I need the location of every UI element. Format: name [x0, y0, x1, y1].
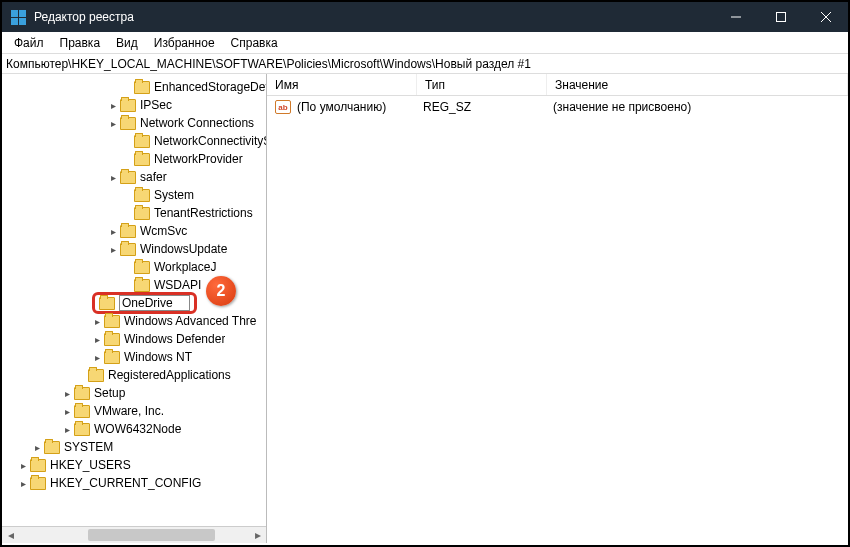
tree-item[interactable]: ▸SYSTEM	[2, 438, 266, 456]
scroll-right-arrow[interactable]: ▸	[249, 527, 266, 544]
folder-icon	[74, 405, 90, 418]
tree-item-label: VMware, Inc.	[94, 404, 164, 418]
folder-icon	[134, 207, 150, 220]
folder-icon	[120, 99, 136, 112]
expand-icon[interactable]: ▸	[90, 332, 104, 346]
tree-item[interactable]: RegisteredApplications	[2, 366, 266, 384]
tree-item-label: System	[154, 188, 194, 202]
folder-icon	[134, 261, 150, 274]
menu-help[interactable]: Справка	[223, 32, 286, 53]
expand-icon[interactable]: ▸	[106, 116, 120, 130]
string-value-icon: ab	[275, 100, 291, 114]
folder-icon	[134, 135, 150, 148]
tree-item[interactable]: TenantRestrictions	[2, 204, 266, 222]
address-bar[interactable]: Компьютер\HKEY_LOCAL_MACHINE\SOFTWARE\Po…	[2, 54, 848, 74]
expand-icon[interactable]: ▸	[60, 422, 74, 436]
expand-icon[interactable]: ▸	[90, 314, 104, 328]
window-title: Редактор реестра	[34, 10, 713, 24]
tree-item-label: NetworkProvider	[154, 152, 243, 166]
folder-icon	[104, 333, 120, 346]
value-name: (По умолчанию)	[297, 100, 423, 114]
expand-icon[interactable]: ▸	[106, 242, 120, 256]
folder-icon	[44, 441, 60, 454]
tree-item[interactable]: ▸IPSec	[2, 96, 266, 114]
annotation-badge: 2	[206, 276, 236, 306]
folder-icon	[134, 279, 150, 292]
column-type[interactable]: Тип	[417, 74, 547, 95]
expand-icon[interactable]: ▸	[106, 170, 120, 184]
tree-item-label: HKEY_USERS	[50, 458, 131, 472]
expand-icon[interactable]: ▸	[30, 440, 44, 454]
tree-item-label: RegisteredApplications	[108, 368, 231, 382]
tree-item-label: WcmSvc	[140, 224, 187, 238]
tree-item[interactable]: ▸HKEY_CURRENT_CONFIG	[2, 474, 266, 492]
expand-icon	[120, 134, 134, 148]
expand-icon	[120, 278, 134, 292]
tree-item[interactable]: ▸Windows Advanced Thre	[2, 312, 266, 330]
expand-icon[interactable]: ▸	[106, 98, 120, 112]
tree-item-label: WOW6432Node	[94, 422, 181, 436]
tree-item-label: SYSTEM	[64, 440, 113, 454]
menu-edit[interactable]: Правка	[52, 32, 109, 53]
tree-item[interactable]: System	[2, 186, 266, 204]
scrollbar-thumb[interactable]	[88, 529, 215, 541]
menu-bar: Файл Правка Вид Избранное Справка	[2, 32, 848, 54]
app-icon	[10, 9, 26, 25]
folder-icon	[134, 189, 150, 202]
expand-icon[interactable]: ▸	[60, 386, 74, 400]
column-headers: Имя Тип Значение	[267, 74, 848, 96]
expand-icon[interactable]: ▸	[16, 458, 30, 472]
value-row[interactable]: ab (По умолчанию) REG_SZ (значение не пр…	[267, 98, 848, 116]
maximize-button[interactable]	[758, 2, 803, 32]
folder-icon	[74, 423, 90, 436]
tree-item[interactable]: ▸safer	[2, 168, 266, 186]
tree-item[interactable]: ▸Setup	[2, 384, 266, 402]
folder-icon	[120, 225, 136, 238]
rename-input[interactable]	[119, 295, 190, 311]
expand-icon[interactable]: ▸	[106, 224, 120, 238]
value-data: (значение не присвоено)	[553, 100, 848, 114]
folder-icon	[88, 369, 104, 382]
tree-item-label: Windows NT	[124, 350, 192, 364]
expand-icon[interactable]: ▸	[90, 350, 104, 364]
tree-item-label: WindowsUpdate	[140, 242, 227, 256]
tree-item[interactable]: ▸Network Connections	[2, 114, 266, 132]
menu-file[interactable]: Файл	[6, 32, 52, 53]
tree-item[interactable]: NetworkProvider	[2, 150, 266, 168]
scroll-left-arrow[interactable]: ◂	[2, 527, 19, 544]
folder-icon	[134, 153, 150, 166]
folder-icon	[134, 81, 150, 94]
close-button[interactable]	[803, 2, 848, 32]
column-name[interactable]: Имя	[267, 74, 417, 95]
expand-icon	[120, 80, 134, 94]
tree-item-label: EnhancedStorageDevi	[154, 80, 266, 94]
tree-item-editing[interactable]: 2	[2, 294, 266, 312]
tree-item-label: Windows Advanced Thre	[124, 314, 257, 328]
expand-icon	[120, 152, 134, 166]
column-value[interactable]: Значение	[547, 74, 848, 95]
folder-icon	[30, 459, 46, 472]
expand-icon[interactable]: ▸	[16, 476, 30, 490]
tree-item[interactable]: ▸WindowsUpdate	[2, 240, 266, 258]
menu-favorites[interactable]: Избранное	[146, 32, 223, 53]
tree-item[interactable]: ▸WcmSvc	[2, 222, 266, 240]
tree-item[interactable]: NetworkConnectivityS	[2, 132, 266, 150]
tree-item[interactable]: WorkplaceJ	[2, 258, 266, 276]
tree-item[interactable]: ▸VMware, Inc.	[2, 402, 266, 420]
tree-item-label: Windows Defender	[124, 332, 225, 346]
folder-icon	[104, 315, 120, 328]
tree-item[interactable]: EnhancedStorageDevi	[2, 78, 266, 96]
folder-icon	[120, 243, 136, 256]
expand-icon	[120, 188, 134, 202]
tree-item[interactable]: ▸Windows Defender	[2, 330, 266, 348]
tree-item[interactable]: ▸WOW6432Node	[2, 420, 266, 438]
expand-icon[interactable]: ▸	[60, 404, 74, 418]
horizontal-scrollbar[interactable]: ◂ ▸	[2, 526, 266, 543]
folder-icon	[30, 477, 46, 490]
title-bar: Редактор реестра	[2, 2, 848, 32]
tree-item[interactable]: ▸HKEY_USERS	[2, 456, 266, 474]
tree-item[interactable]: ▸Windows NT	[2, 348, 266, 366]
minimize-button[interactable]	[713, 2, 758, 32]
menu-view[interactable]: Вид	[108, 32, 146, 53]
tree-item-label: WorkplaceJ	[154, 260, 216, 274]
